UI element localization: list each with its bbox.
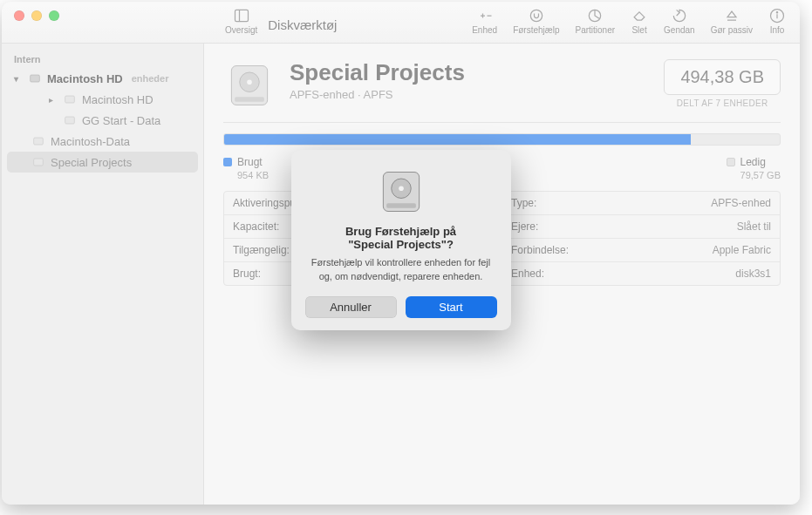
firstaid-dialog: Brug Førstehjælp på "Special Projects"? … xyxy=(291,150,511,330)
modal-overlay: Brug Førstehjælp på "Special Projects"? … xyxy=(2,2,800,505)
dialog-title-line1: Brug Førstehjælp på xyxy=(345,225,456,238)
svg-point-22 xyxy=(399,186,404,191)
app-window: Oversigt Diskværktøj Enhed Førstehjælp P… xyxy=(2,2,800,505)
dialog-buttons: Annuller Start xyxy=(305,296,497,318)
svg-rect-23 xyxy=(386,203,416,208)
dialog-title-line2: "Special Projects"? xyxy=(348,238,454,251)
dialog-disk-icon xyxy=(375,166,427,218)
start-button[interactable]: Start xyxy=(406,296,497,318)
cancel-button[interactable]: Annuller xyxy=(305,296,397,318)
dialog-title: Brug Førstehjælp på "Special Projects"? xyxy=(305,225,497,251)
dialog-message: Førstehjælp vil kontrollere enheden for … xyxy=(305,256,497,284)
